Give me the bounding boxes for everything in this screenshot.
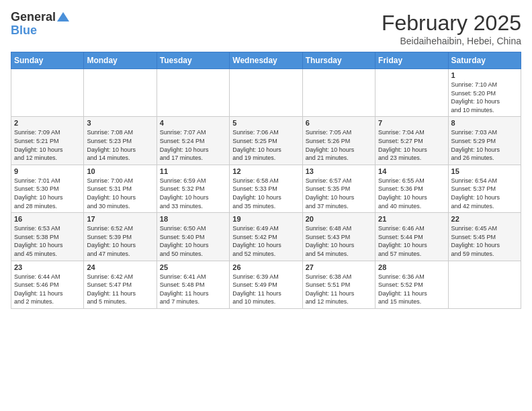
day-number: 23 — [14, 263, 81, 271]
calendar-table: SundayMondayTuesdayWednesdayThursdayFrid… — [11, 52, 521, 309]
calendar-week-row: 1Sunrise: 7:10 AM Sunset: 5:20 PM Daylig… — [11, 69, 521, 117]
calendar-cell: 28Sunrise: 6:36 AM Sunset: 5:52 PM Dayli… — [375, 261, 448, 308]
day-number: 4 — [160, 119, 226, 127]
calendar-cell: 11Sunrise: 6:59 AM Sunset: 5:32 PM Dayli… — [157, 165, 229, 212]
day-info: Sunrise: 6:50 AM Sunset: 5:40 PM Dayligh… — [160, 224, 226, 258]
day-number: 16 — [14, 215, 81, 223]
day-info: Sunrise: 6:53 AM Sunset: 5:38 PM Dayligh… — [14, 224, 81, 258]
calendar-cell: 17Sunrise: 6:52 AM Sunset: 5:39 PM Dayli… — [84, 213, 157, 261]
day-number: 28 — [378, 263, 445, 271]
day-info: Sunrise: 6:57 AM Sunset: 5:35 PM Dayligh… — [306, 177, 372, 210]
calendar-cell: 4Sunrise: 7:07 AM Sunset: 5:24 PM Daylig… — [157, 117, 229, 165]
day-info: Sunrise: 6:49 AM Sunset: 5:42 PM Dayligh… — [232, 224, 299, 258]
weekday-header-friday: Friday — [375, 52, 448, 69]
day-number: 8 — [451, 119, 518, 127]
weekday-header-thursday: Thursday — [302, 52, 375, 69]
calendar-cell: 8Sunrise: 7:03 AM Sunset: 5:29 PM Daylig… — [448, 117, 521, 165]
day-number: 20 — [306, 215, 372, 223]
calendar-cell: 19Sunrise: 6:49 AM Sunset: 5:42 PM Dayli… — [230, 213, 302, 261]
calendar-cell: 22Sunrise: 6:45 AM Sunset: 5:45 PM Dayli… — [448, 213, 521, 261]
calendar-cell: 1Sunrise: 7:10 AM Sunset: 5:20 PM Daylig… — [448, 69, 521, 117]
day-number: 21 — [378, 215, 445, 223]
day-info: Sunrise: 6:36 AM Sunset: 5:52 PM Dayligh… — [378, 273, 445, 306]
day-info: Sunrise: 6:59 AM Sunset: 5:32 PM Dayligh… — [160, 177, 226, 210]
day-number: 1 — [451, 71, 518, 79]
weekday-header-monday: Monday — [84, 52, 157, 69]
calendar-week-row: 2Sunrise: 7:09 AM Sunset: 5:21 PM Daylig… — [11, 117, 521, 165]
calendar-cell: 26Sunrise: 6:39 AM Sunset: 5:49 PM Dayli… — [230, 261, 302, 308]
calendar-cell: 14Sunrise: 6:55 AM Sunset: 5:36 PM Dayli… — [375, 165, 448, 212]
day-info: Sunrise: 6:41 AM Sunset: 5:48 PM Dayligh… — [160, 273, 226, 306]
calendar-cell — [11, 69, 84, 117]
day-info: Sunrise: 6:48 AM Sunset: 5:43 PM Dayligh… — [306, 224, 372, 258]
calendar-week-row: 9Sunrise: 7:01 AM Sunset: 5:30 PM Daylig… — [11, 165, 521, 212]
day-number: 22 — [451, 215, 518, 223]
calendar-cell: 9Sunrise: 7:01 AM Sunset: 5:30 PM Daylig… — [11, 165, 84, 212]
day-number: 24 — [87, 263, 153, 271]
calendar-cell: 10Sunrise: 7:00 AM Sunset: 5:31 PM Dayli… — [84, 165, 157, 212]
day-number: 3 — [87, 119, 153, 127]
day-number: 10 — [87, 167, 153, 175]
calendar-cell: 13Sunrise: 6:57 AM Sunset: 5:35 PM Dayli… — [302, 165, 375, 212]
calendar-cell: 7Sunrise: 7:04 AM Sunset: 5:27 PM Daylig… — [375, 117, 448, 165]
calendar-cell: 18Sunrise: 6:50 AM Sunset: 5:40 PM Dayli… — [157, 213, 229, 261]
day-number: 12 — [232, 167, 299, 175]
day-info: Sunrise: 6:44 AM Sunset: 5:46 PM Dayligh… — [14, 273, 81, 306]
day-info: Sunrise: 6:39 AM Sunset: 5:49 PM Dayligh… — [232, 273, 299, 306]
calendar-cell: 23Sunrise: 6:44 AM Sunset: 5:46 PM Dayli… — [11, 261, 84, 308]
weekday-header-wednesday: Wednesday — [230, 52, 302, 69]
day-info: Sunrise: 6:58 AM Sunset: 5:33 PM Dayligh… — [232, 177, 299, 210]
calendar-cell — [157, 69, 229, 117]
location: Beidaihehaibin, Hebei, China — [382, 36, 521, 46]
day-number: 13 — [306, 167, 372, 175]
calendar-cell: 24Sunrise: 6:42 AM Sunset: 5:47 PM Dayli… — [84, 261, 157, 308]
day-number: 18 — [160, 215, 226, 223]
day-info: Sunrise: 7:06 AM Sunset: 5:25 PM Dayligh… — [232, 128, 299, 162]
day-number: 11 — [160, 167, 226, 175]
day-info: Sunrise: 6:54 AM Sunset: 5:37 PM Dayligh… — [451, 177, 518, 210]
logo-icon — [57, 11, 69, 23]
weekday-header-sunday: Sunday — [11, 52, 84, 69]
month-title: February 2025 — [382, 11, 521, 36]
day-info: Sunrise: 6:55 AM Sunset: 5:36 PM Dayligh… — [378, 177, 445, 210]
calendar-cell: 16Sunrise: 6:53 AM Sunset: 5:38 PM Dayli… — [11, 213, 84, 261]
calendar-cell: 15Sunrise: 6:54 AM Sunset: 5:37 PM Dayli… — [448, 165, 521, 212]
svg-marker-0 — [57, 12, 69, 21]
title-block: February 2025 Beidaihehaibin, Hebei, Chi… — [382, 11, 521, 46]
logo-general-text: General — [11, 11, 56, 24]
day-number: 6 — [306, 119, 372, 127]
day-number: 14 — [378, 167, 445, 175]
calendar-cell: 3Sunrise: 7:08 AM Sunset: 5:23 PM Daylig… — [84, 117, 157, 165]
calendar-cell: 12Sunrise: 6:58 AM Sunset: 5:33 PM Dayli… — [230, 165, 302, 212]
page-header: General Blue February 2025 Beidaihehaibi… — [11, 11, 521, 46]
day-info: Sunrise: 7:00 AM Sunset: 5:31 PM Dayligh… — [87, 177, 153, 210]
day-info: Sunrise: 6:42 AM Sunset: 5:47 PM Dayligh… — [87, 273, 153, 306]
day-number: 2 — [14, 119, 81, 127]
logo: General Blue — [11, 11, 69, 38]
calendar-cell: 6Sunrise: 7:05 AM Sunset: 5:26 PM Daylig… — [302, 117, 375, 165]
calendar-cell: 2Sunrise: 7:09 AM Sunset: 5:21 PM Daylig… — [11, 117, 84, 165]
day-number: 26 — [232, 263, 299, 271]
day-number: 19 — [232, 215, 299, 223]
day-info: Sunrise: 7:09 AM Sunset: 5:21 PM Dayligh… — [14, 128, 81, 162]
day-number: 7 — [378, 119, 445, 127]
calendar-week-row: 16Sunrise: 6:53 AM Sunset: 5:38 PM Dayli… — [11, 213, 521, 261]
calendar-cell — [302, 69, 375, 117]
day-info: Sunrise: 6:45 AM Sunset: 5:45 PM Dayligh… — [451, 224, 518, 258]
day-info: Sunrise: 7:05 AM Sunset: 5:26 PM Dayligh… — [306, 128, 372, 162]
day-info: Sunrise: 7:01 AM Sunset: 5:30 PM Dayligh… — [14, 177, 81, 210]
day-number: 5 — [232, 119, 299, 127]
calendar-cell: 5Sunrise: 7:06 AM Sunset: 5:25 PM Daylig… — [230, 117, 302, 165]
calendar-cell: 25Sunrise: 6:41 AM Sunset: 5:48 PM Dayli… — [157, 261, 229, 308]
day-number: 25 — [160, 263, 226, 271]
day-info: Sunrise: 6:52 AM Sunset: 5:39 PM Dayligh… — [87, 224, 153, 258]
calendar-cell — [375, 69, 448, 117]
weekday-header-saturday: Saturday — [448, 52, 521, 69]
day-number: 17 — [87, 215, 153, 223]
day-info: Sunrise: 7:03 AM Sunset: 5:29 PM Dayligh… — [451, 128, 518, 162]
day-number: 9 — [14, 167, 81, 175]
calendar-cell — [84, 69, 157, 117]
day-info: Sunrise: 7:08 AM Sunset: 5:23 PM Dayligh… — [87, 128, 153, 162]
day-info: Sunrise: 6:38 AM Sunset: 5:51 PM Dayligh… — [306, 273, 372, 306]
day-info: Sunrise: 7:07 AM Sunset: 5:24 PM Dayligh… — [160, 128, 226, 162]
